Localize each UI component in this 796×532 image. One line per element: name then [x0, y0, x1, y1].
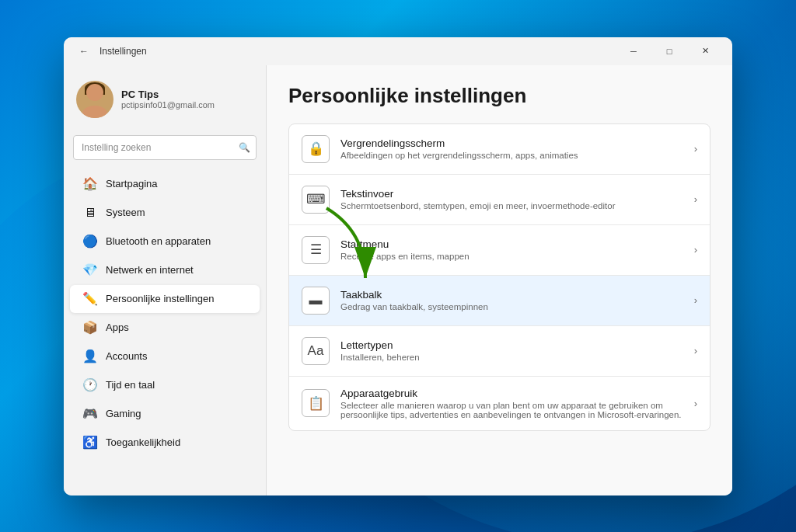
user-profile: PC Tips pctipsinfo01@gmail.com: [64, 71, 266, 127]
search-input[interactable]: [73, 135, 257, 160]
chevron-right-icon: ›: [694, 294, 697, 306]
search-box: 🔍: [73, 135, 257, 160]
nav-label-gaming: Gaming: [106, 408, 141, 419]
nav-label-bluetooth: Bluetooth en apparaten: [106, 235, 211, 247]
main-panel: Persoonlijke instellingen 🔒Vergrendeling…: [267, 65, 732, 495]
settings-title-vergrendelingsscherm: Vergrendelingsscherm: [340, 137, 688, 149]
chevron-right-icon: ›: [694, 143, 697, 155]
settings-text-vergrendelingsscherm: VergrendelingsschermAfbeeldingen op het …: [340, 137, 688, 160]
sidebar-item-netwerk[interactable]: 💎Netwerk en internet: [70, 256, 260, 284]
minimize-button[interactable]: ─: [616, 39, 651, 64]
window-controls: ─ □ ✕: [616, 39, 723, 64]
nav-icon-accounts: 👤: [82, 349, 98, 364]
settings-icon-taakbalk: ▬: [302, 287, 330, 315]
settings-desc-tekstinvoer: Schermtoetsenbord, stemtypen, emoji en m…: [340, 201, 688, 210]
sidebar-item-persoonlijk[interactable]: ✏️Persoonlijke instellingen: [70, 285, 260, 313]
settings-icon-vergrendelingsscherm: 🔒: [302, 135, 330, 163]
sidebar: PC Tips pctipsinfo01@gmail.com 🔍 🏠Startp…: [64, 65, 266, 495]
sidebar-item-gaming[interactable]: 🎮Gaming: [70, 400, 260, 428]
titlebar: ← Instellingen ─ □ ✕: [64, 37, 732, 65]
nav-icon-gaming: 🎮: [82, 406, 98, 422]
window-title: Instellingen: [100, 46, 616, 57]
settings-item-apparaatgebruik[interactable]: 📋ApparaatgebruikSelecteer alle manieren …: [289, 377, 710, 430]
sidebar-item-startpagina[interactable]: 🏠Startpagina: [70, 170, 260, 198]
nav-label-persoonlijk: Persoonlijke instellingen: [106, 293, 214, 304]
avatar-head: [86, 84, 103, 101]
settings-desc-vergrendelingsscherm: Afbeeldingen op het vergrendelingsscherm…: [340, 151, 688, 160]
nav-icon-tijd: 🕐: [82, 377, 98, 393]
nav-icon-bluetooth: 🔵: [82, 234, 98, 249]
nav-icon-apps: 📦: [82, 320, 98, 336]
chevron-right-icon: ›: [694, 193, 697, 205]
content-area: PC Tips pctipsinfo01@gmail.com 🔍 🏠Startp…: [64, 65, 732, 495]
nav-label-toegankelijkheid: Toegankelijkheid: [106, 436, 180, 448]
nav-icon-systeem: 🖥: [82, 205, 98, 221]
avatar-body: [82, 106, 107, 118]
nav-label-tijd: Tijd en taal: [106, 379, 155, 391]
settings-item-vergrendelingsscherm[interactable]: 🔒VergrendelingsschermAfbeeldingen op het…: [289, 124, 710, 175]
nav-icon-startpagina: 🏠: [82, 176, 98, 192]
chevron-right-icon: ›: [694, 398, 697, 409]
settings-item-startmenu[interactable]: ☰StartmenuRecente apps en items, mappen›: [289, 225, 710, 276]
nav-icon-persoonlijk: ✏️: [82, 291, 98, 307]
settings-window: ← Instellingen ─ □ ✕ PC Tips pctipsinfo0…: [64, 37, 732, 495]
nav-icon-toegankelijkheid: ♿: [82, 435, 98, 450]
settings-text-taakbalk: TaakbalkGedrag van taakbalk, systeempinn…: [340, 289, 688, 311]
sidebar-item-tijd[interactable]: 🕐Tijd en taal: [70, 371, 260, 399]
chevron-right-icon: ›: [694, 244, 697, 256]
nav-label-startpagina: Startpagina: [106, 178, 158, 190]
user-name: PC Tips: [121, 89, 215, 100]
settings-desc-startmenu: Recente apps en items, mappen: [340, 252, 688, 261]
chevron-right-icon: ›: [694, 345, 697, 356]
settings-text-lettertypen: LettertypenInstalleren, beheren: [340, 339, 688, 362]
settings-icon-tekstinvoer: ⌨: [302, 186, 330, 214]
sidebar-item-apps[interactable]: 📦Apps: [70, 314, 260, 342]
back-button[interactable]: ←: [73, 40, 95, 62]
settings-icon-apparaatgebruik: 📋: [302, 389, 330, 417]
sidebar-item-systeem[interactable]: 🖥Systeem: [70, 199, 260, 227]
settings-item-tekstinvoer[interactable]: ⌨TekstinvoerSchermtoetsenbord, stemtypen…: [289, 175, 710, 225]
sidebar-item-accounts[interactable]: 👤Accounts: [70, 342, 260, 370]
nav-icon-netwerk: 💎: [82, 263, 98, 278]
settings-desc-taakbalk: Gedrag van taakbalk, systeempinnen: [340, 302, 688, 311]
settings-item-taakbalk[interactable]: ▬TaakbalkGedrag van taakbalk, systeempin…: [289, 276, 710, 326]
settings-title-startmenu: Startmenu: [340, 238, 688, 250]
settings-item-lettertypen[interactable]: AaLettertypenInstalleren, beheren›: [289, 326, 710, 377]
settings-title-tekstinvoer: Tekstinvoer: [340, 188, 688, 200]
sidebar-item-bluetooth[interactable]: 🔵Bluetooth en apparaten: [70, 228, 260, 256]
settings-text-startmenu: StartmenuRecente apps en items, mappen: [340, 238, 688, 261]
settings-desc-lettertypen: Installeren, beheren: [340, 353, 688, 362]
search-icon: 🔍: [239, 142, 250, 153]
user-email: pctipsinfo01@gmail.com: [121, 100, 215, 110]
close-button[interactable]: ✕: [687, 39, 723, 64]
sidebar-item-toegankelijkheid[interactable]: ♿Toegankelijkheid: [70, 429, 260, 457]
nav-label-accounts: Accounts: [106, 350, 147, 362]
settings-text-tekstinvoer: TekstinvoerSchermtoetsenbord, stemtypen,…: [340, 188, 688, 210]
settings-title-taakbalk: Taakbalk: [340, 289, 688, 301]
settings-icon-lettertypen: Aa: [302, 337, 330, 365]
maximize-button[interactable]: □: [651, 39, 687, 64]
settings-title-apparaatgebruik: Apparaatgebruik: [340, 388, 688, 399]
nav-label-systeem: Systeem: [106, 207, 145, 218]
nav-container: 🏠Startpagina🖥Systeem🔵Bluetooth en appara…: [64, 169, 266, 457]
nav-label-netwerk: Netwerk en internet: [106, 264, 194, 276]
avatar: [76, 81, 113, 118]
settings-desc-apparaatgebruik: Selecteer alle manieren waarop u van pla…: [340, 401, 688, 419]
user-info: PC Tips pctipsinfo01@gmail.com: [121, 89, 215, 110]
nav-label-apps: Apps: [106, 322, 129, 333]
settings-list: 🔒VergrendelingsschermAfbeeldingen op het…: [288, 123, 710, 431]
page-title: Persoonlijke instellingen: [288, 84, 710, 108]
settings-icon-startmenu: ☰: [302, 236, 330, 264]
settings-text-apparaatgebruik: ApparaatgebruikSelecteer alle manieren w…: [340, 388, 688, 419]
settings-title-lettertypen: Lettertypen: [340, 339, 688, 351]
